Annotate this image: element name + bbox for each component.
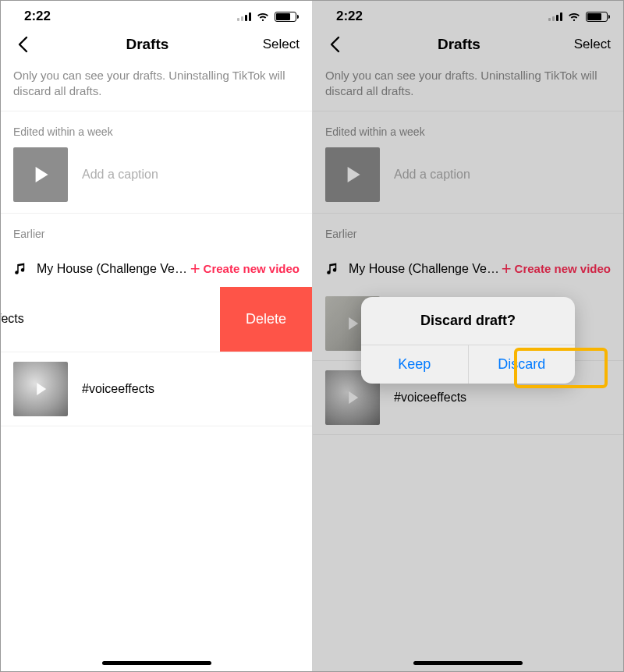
select-button[interactable]: Select	[263, 37, 300, 52]
nav-header: Drafts Select	[1, 29, 312, 65]
cellular-signal-icon	[548, 12, 562, 21]
section-recent-title: Edited within a week	[1, 111, 312, 147]
section-earlier-title: Earlier	[313, 214, 623, 249]
status-indicators	[237, 11, 296, 22]
phone-right: 2:22 Drafts Select Only you can see your…	[312, 1, 623, 671]
cellular-signal-icon	[237, 12, 251, 21]
draft-item-swiped[interactable]: eeffects Delete	[1, 287, 312, 352]
sound-row[interactable]: My House (Challenge Versi... + Create ne…	[313, 249, 623, 287]
status-time: 2:22	[24, 9, 51, 24]
play-icon	[37, 383, 46, 395]
select-button[interactable]: Select	[574, 37, 611, 52]
create-video-button[interactable]: Create new video	[204, 262, 300, 275]
caption-text: eeffects	[1, 312, 24, 326]
page-title: Drafts	[438, 36, 480, 53]
caption-placeholder[interactable]: Add a caption	[394, 168, 470, 182]
status-time: 2:22	[336, 9, 363, 24]
info-text: Only you can see your drafts. Uninstalli…	[1, 65, 312, 111]
delete-button[interactable]: Delete	[220, 287, 312, 352]
draft-thumbnail[interactable]	[13, 362, 68, 416]
plus-icon: +	[190, 260, 200, 278]
battery-icon	[586, 12, 608, 22]
status-bar: 2:22	[313, 1, 623, 29]
draft-item[interactable]: Add a caption	[1, 147, 312, 213]
battery-icon	[275, 12, 296, 22]
sound-row[interactable]: My House (Challenge Versi... + Create ne…	[1, 249, 312, 287]
wifi-icon	[567, 11, 581, 22]
status-bar: 2:22	[1, 1, 312, 29]
play-icon	[36, 167, 48, 182]
back-button[interactable]	[13, 35, 32, 54]
music-note-icon	[325, 262, 339, 276]
caption-text: #voiceeffects	[394, 391, 466, 405]
keep-button[interactable]: Keep	[361, 345, 468, 384]
draft-thumbnail[interactable]	[13, 147, 68, 202]
caption-text: #voiceeffects	[82, 382, 154, 396]
play-icon	[348, 167, 360, 182]
nav-header: Drafts Select	[313, 29, 623, 65]
page-title: Drafts	[126, 36, 168, 53]
dialog-title: Discard draft?	[361, 297, 575, 345]
home-indicator[interactable]	[102, 661, 211, 665]
home-indicator[interactable]	[413, 661, 523, 665]
discard-dialog: Discard draft? Keep Discard	[361, 297, 575, 384]
wifi-icon	[256, 11, 270, 22]
phone-left: 2:22 Drafts Select Only you can see your…	[1, 1, 312, 671]
section-recent-title: Edited within a week	[313, 111, 623, 147]
sound-name: My House (Challenge Versi...	[37, 262, 190, 276]
play-icon	[349, 391, 358, 404]
draft-item[interactable]: Add a caption	[313, 147, 623, 213]
sound-name: My House (Challenge Versi...	[349, 262, 502, 276]
plus-icon: +	[502, 260, 512, 278]
info-text: Only you can see your drafts. Uninstalli…	[313, 65, 623, 111]
music-note-icon	[13, 262, 27, 276]
status-indicators	[548, 11, 608, 22]
play-icon	[349, 317, 358, 330]
caption-placeholder[interactable]: Add a caption	[82, 168, 158, 182]
section-earlier-title: Earlier	[1, 214, 312, 249]
draft-item[interactable]: #voiceeffects	[1, 352, 312, 426]
back-button[interactable]	[325, 35, 344, 54]
create-video-button[interactable]: Create new video	[515, 262, 611, 275]
discard-button[interactable]: Discard	[468, 345, 576, 384]
draft-thumbnail[interactable]	[325, 147, 380, 202]
